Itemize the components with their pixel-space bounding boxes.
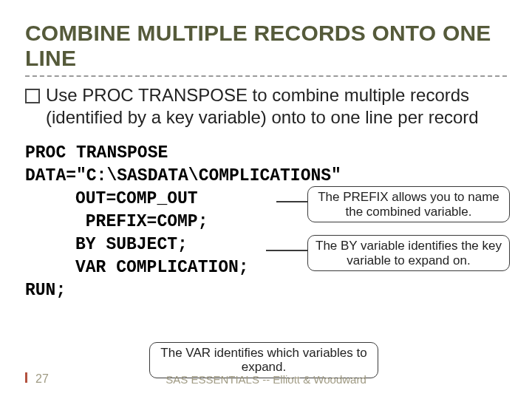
footer-text: SAS ESSENTIALS -- Elliott & Woodward xyxy=(0,373,532,386)
code-line-7: RUN; xyxy=(25,279,507,302)
page-title: COMBINE MULTIPLE RECORDS ONTO ONE LINE xyxy=(25,21,507,71)
callout-connector-2 xyxy=(266,250,307,251)
callout-connector-1 xyxy=(276,201,307,202)
title-underline xyxy=(25,75,507,77)
footer: 27 SAS ESSENTIALS -- Elliott & Woodward xyxy=(0,365,532,386)
code-block: PROC TRANSPOSE DATA="C:\SASDATA\COMPLICA… xyxy=(25,142,507,302)
code-line-2: DATA="C:\SASDATA\COMPLICATIONS" xyxy=(25,165,507,188)
bullet-item: Use PROC TRANSPOSE to combine multiple r… xyxy=(25,84,507,129)
callout-prefix: The PREFIX allows you to name the combin… xyxy=(307,186,510,222)
bullet-text: Use PROC TRANSPOSE to combine multiple r… xyxy=(46,84,507,129)
square-bullet-icon xyxy=(25,89,40,103)
callout-by: The BY variable identifies the key varia… xyxy=(307,235,510,271)
slide: COMBINE MULTIPLE RECORDS ONTO ONE LINE U… xyxy=(0,0,532,399)
code-line-1: PROC TRANSPOSE xyxy=(25,142,507,165)
